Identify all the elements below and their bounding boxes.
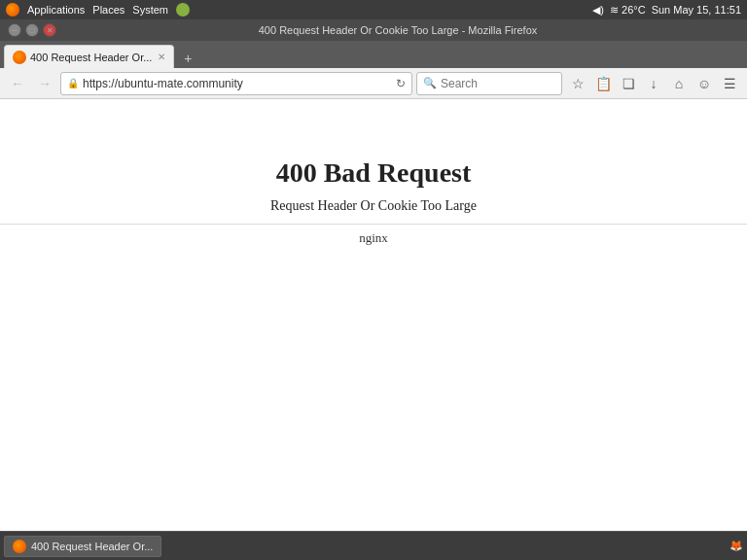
url-bar-container: 🔒 ↻ — [60, 72, 412, 95]
title-bar: ─ □ ✕ 400 Request Header Or Cookie Too L… — [0, 19, 747, 41]
bookmark-star-button[interactable]: ☆ — [566, 72, 589, 95]
search-input[interactable] — [441, 77, 538, 90]
reload-button[interactable]: ↻ — [396, 77, 406, 90]
nav-bar: ← → 🔒 ↻ 🔍 ☆ 📋 ❏ ↓ ⌂ ☺ ☰ — [0, 68, 747, 99]
system-bar: Applications Places System ◀) ≋ 26°C Sun… — [0, 0, 747, 19]
error-subtitle: Request Header Or Cookie Too Large — [0, 198, 747, 214]
error-server: nginx — [0, 230, 747, 246]
system-bar-left: Applications Places System — [6, 3, 190, 17]
url-input[interactable] — [83, 77, 392, 90]
tab-favicon-icon — [13, 51, 26, 64]
system-menu[interactable]: System — [132, 4, 168, 16]
smiley-button[interactable]: ☺ — [693, 72, 716, 95]
taskbar-right: 🦊 — [729, 540, 743, 552]
maximize-button[interactable]: □ — [25, 23, 39, 37]
error-page: 400 Bad Request Request Header Or Cookie… — [0, 158, 747, 246]
taskbar-item-label: 400 Request Header Or... — [31, 541, 153, 552]
tab-bar: 400 Request Header Or... ✕ + — [0, 41, 747, 68]
taskbar: 400 Request Header Or... 🦊 — [0, 531, 747, 560]
nav-action-buttons: ☆ 📋 ❏ ↓ ⌂ ☺ ☰ — [566, 72, 741, 95]
lock-icon: 🔒 — [67, 78, 79, 88]
taskbar-firefox-icon-right: 🦊 — [729, 540, 743, 552]
clock: Sun May 15, 11:51 — [652, 4, 741, 16]
window-title: 400 Request Header Or Cookie Too Large -… — [56, 24, 739, 36]
forward-button[interactable]: → — [33, 72, 56, 95]
tab-close-button[interactable]: ✕ — [158, 52, 165, 62]
error-title: 400 Bad Request — [0, 158, 747, 189]
temperature: ≋ 26°C — [610, 4, 646, 17]
browser-content: 400 Bad Request Request Header Or Cookie… — [0, 99, 747, 531]
home-button[interactable]: ⌂ — [667, 72, 691, 95]
taskbar-firefox-icon — [13, 540, 26, 553]
browser-tab[interactable]: 400 Request Header Or... ✕ — [4, 45, 174, 68]
pocket-button[interactable]: ❏ — [617, 72, 640, 95]
bookmark-button[interactable]: 📋 — [591, 72, 615, 95]
minimize-button[interactable]: ─ — [8, 23, 21, 37]
search-icon: 🔍 — [423, 77, 437, 89]
applications-menu[interactable]: Applications — [27, 4, 85, 16]
system-bar-right: ◀) ≋ 26°C Sun May 15, 11:51 — [592, 4, 741, 17]
close-button[interactable]: ✕ — [43, 23, 56, 37]
volume-icon: ◀) — [592, 4, 604, 17]
error-divider — [0, 224, 747, 225]
places-menu[interactable]: Places — [92, 4, 124, 16]
taskbar-browser-item[interactable]: 400 Request Header Or... — [4, 536, 161, 557]
tab-label: 400 Request Header Or... — [30, 52, 152, 63]
back-button[interactable]: ← — [6, 72, 29, 95]
menu-button[interactable]: ☰ — [718, 72, 741, 95]
download-button[interactable]: ↓ — [642, 72, 665, 95]
search-bar-container: 🔍 — [416, 72, 562, 95]
window-controls: ─ □ ✕ — [8, 23, 56, 37]
firefox-logo-icon — [6, 3, 19, 17]
new-tab-button[interactable]: + — [178, 49, 197, 68]
mate-logo-icon — [176, 3, 190, 17]
